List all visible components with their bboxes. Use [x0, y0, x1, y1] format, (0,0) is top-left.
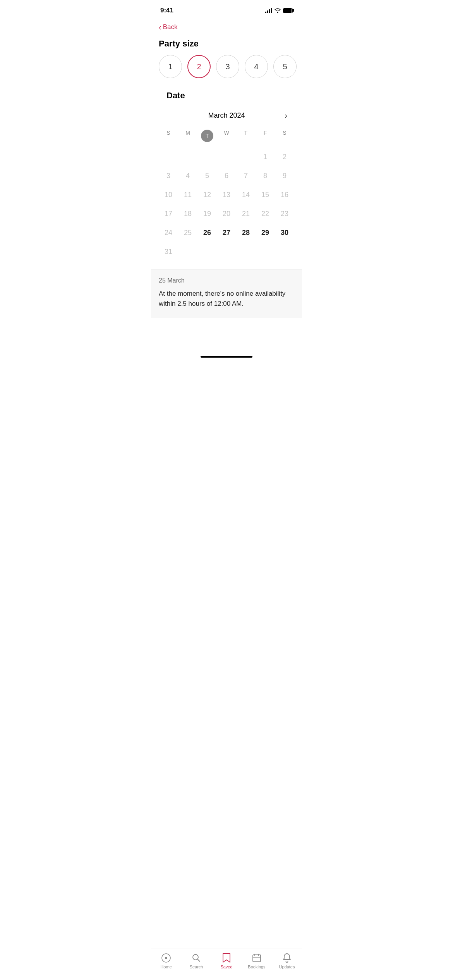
cal-empty	[197, 147, 217, 166]
cal-empty	[217, 147, 236, 166]
back-chevron-icon: ‹	[159, 23, 161, 31]
cal-day-24[interactable]: 24	[159, 223, 178, 242]
weekday-sun: S	[159, 127, 178, 144]
weekday-thu: T	[236, 127, 256, 144]
cal-day-11[interactable]: 11	[178, 185, 197, 204]
calendar-month: March 2024	[208, 111, 245, 120]
cal-day-12[interactable]: 12	[197, 185, 217, 204]
party-size-section: Party size 1 2 3 4 5 6 7	[151, 36, 302, 87]
cal-day-2[interactable]: 2	[275, 147, 294, 166]
cal-day-26[interactable]: 26	[197, 223, 217, 242]
cal-empty	[178, 147, 197, 166]
cal-empty	[275, 242, 294, 261]
cal-day-20[interactable]: 20	[217, 204, 236, 223]
party-size-3[interactable]: 3	[216, 55, 239, 78]
cal-day-7[interactable]: 7	[236, 166, 256, 185]
date-title: Date	[159, 87, 294, 107]
weekday-tue: T	[197, 127, 217, 144]
status-time: 9:41	[160, 7, 173, 14]
cal-day-29[interactable]: 29	[256, 223, 275, 242]
cal-day-23[interactable]: 23	[275, 204, 294, 223]
cal-day-9[interactable]: 9	[275, 166, 294, 185]
cal-day-25[interactable]: 25	[178, 223, 197, 242]
date-section: Date March 2024 › S M T W T F S 1 2 3 4 …	[151, 87, 302, 261]
cal-day-14[interactable]: 14	[236, 185, 256, 204]
cal-day-16[interactable]: 16	[275, 185, 294, 204]
signal-icon	[265, 8, 272, 13]
cal-day-19[interactable]: 19	[197, 204, 217, 223]
weekday-wed: W	[217, 127, 236, 144]
cal-day-22[interactable]: 22	[256, 204, 275, 223]
calendar-next-button[interactable]: ›	[281, 110, 290, 122]
party-size-selector: 1 2 3 4 5 6 7	[151, 55, 302, 87]
cal-day-4[interactable]: 4	[178, 166, 197, 185]
weekday-sat: S	[275, 127, 294, 144]
cal-day-1[interactable]: 1	[256, 147, 275, 166]
cal-day-31[interactable]: 31	[159, 242, 178, 261]
status-bar: 9:41	[151, 0, 302, 19]
cal-day-6[interactable]: 6	[217, 166, 236, 185]
cal-empty	[197, 242, 217, 261]
party-size-4[interactable]: 4	[245, 55, 268, 78]
status-icons	[265, 8, 293, 13]
wifi-icon	[275, 8, 281, 13]
calendar-weekdays: S M T W T F S	[159, 127, 294, 144]
cal-day-27[interactable]: 27	[217, 223, 236, 242]
back-label: Back	[163, 23, 178, 31]
weekday-fri: F	[256, 127, 275, 144]
cal-day-3[interactable]: 3	[159, 166, 178, 185]
party-size-2[interactable]: 2	[187, 55, 211, 78]
cal-empty	[236, 242, 256, 261]
party-size-5[interactable]: 5	[273, 55, 297, 78]
cal-day-10[interactable]: 10	[159, 185, 178, 204]
back-button[interactable]: ‹ Back	[151, 19, 302, 36]
cal-day-15[interactable]: 15	[256, 185, 275, 204]
cal-day-30[interactable]: 30	[275, 223, 294, 242]
battery-icon	[283, 8, 293, 13]
cal-day-21[interactable]: 21	[236, 204, 256, 223]
calendar-days: 1 2 3 4 5 6 7 8 9 10 11 12 13 14 15 16 1…	[159, 147, 294, 261]
cal-empty	[236, 147, 256, 166]
party-size-1[interactable]: 1	[159, 55, 182, 78]
selected-date-label: 25 March	[159, 277, 294, 284]
cal-day-18[interactable]: 18	[178, 204, 197, 223]
cal-day-13[interactable]: 13	[217, 185, 236, 204]
calendar-grid: S M T W T F S 1 2 3 4 5 6 7 8 9 10	[159, 127, 294, 261]
bottom-info: 25 March At the moment, there's no onlin…	[151, 269, 302, 318]
party-size-title: Party size	[151, 36, 302, 55]
cal-day-5[interactable]: 5	[197, 166, 217, 185]
cal-day-28[interactable]: 28	[236, 223, 256, 242]
availability-message: At the moment, there's no online availab…	[159, 289, 294, 308]
cal-empty	[256, 242, 275, 261]
cal-day-8[interactable]: 8	[256, 166, 275, 185]
cal-empty	[159, 147, 178, 166]
cal-empty	[178, 242, 197, 261]
weekday-mon: M	[178, 127, 197, 144]
cal-empty	[217, 242, 236, 261]
calendar-header: March 2024 ›	[159, 107, 294, 127]
cal-day-17[interactable]: 17	[159, 204, 178, 223]
